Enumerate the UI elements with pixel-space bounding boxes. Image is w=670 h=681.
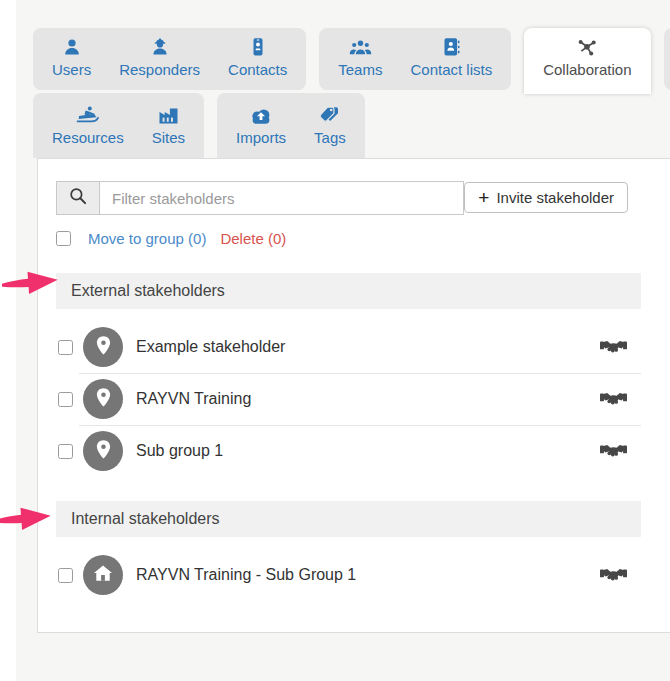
- tab-label: Users: [52, 61, 91, 78]
- annotation-arrow-external: [1, 267, 61, 303]
- tab-group: Collaboration: [524, 28, 650, 94]
- row-checkbox[interactable]: [58, 340, 73, 355]
- collaboration-screen: Users Responders Contacts Teams Contact …: [0, 0, 670, 681]
- stakeholder-row: RAYVN Training - Sub Group 1: [56, 549, 641, 601]
- tab[interactable]: Responders: [105, 28, 214, 90]
- invite-stakeholder-button[interactable]: + Invite stakeholder: [464, 182, 628, 213]
- tab[interactable]: Contact lists: [396, 28, 506, 90]
- share-nodes-icon: [576, 35, 598, 57]
- user-icon: [62, 35, 82, 57]
- tab-group: Users Responders Contacts: [33, 28, 306, 90]
- tab[interactable]: Imports: [222, 93, 300, 158]
- tab-label: Contacts: [228, 61, 287, 78]
- tab-group: Teams Contact lists: [319, 28, 511, 90]
- search-addon: [56, 181, 100, 215]
- cloud-upload-icon: [249, 103, 273, 125]
- tab-label: Imports: [236, 129, 286, 146]
- left-margin-strip: [0, 0, 16, 681]
- stakeholder-name: RAYVN Training - Sub Group 1: [136, 566, 356, 584]
- home-icon: [93, 564, 113, 586]
- stakeholder-list: External stakeholders Example stakeholde…: [56, 273, 641, 601]
- group-header-label: External stakeholders: [71, 282, 225, 300]
- annotation-arrow-internal: [0, 503, 54, 539]
- tab[interactable]: Teams: [324, 28, 396, 90]
- stakeholder-group: External stakeholders Example stakeholde…: [56, 273, 641, 477]
- invite-stakeholder-label: Invite stakeholder: [496, 189, 614, 206]
- tab-label: Resources: [52, 129, 124, 146]
- avatar: [83, 379, 123, 419]
- row-checkbox[interactable]: [58, 392, 73, 407]
- move-to-group-link[interactable]: Move to group (0): [88, 230, 206, 247]
- map-marker-icon: [95, 439, 112, 464]
- filter-stakeholders-input[interactable]: [100, 181, 464, 215]
- handshake-icon[interactable]: [600, 565, 627, 585]
- tab[interactable]: Tags: [300, 93, 360, 158]
- stakeholder-name: Example stakeholder: [136, 338, 285, 356]
- tab[interactable]: Contacts: [214, 28, 301, 90]
- stakeholder-row: Example stakeholder: [56, 321, 641, 373]
- tab-label: Tags: [314, 129, 346, 146]
- tab-label: Teams: [338, 61, 382, 78]
- tags-icon: [319, 103, 341, 125]
- row-checkbox[interactable]: [58, 444, 73, 459]
- avatar: [83, 555, 123, 595]
- tab-group: L: [664, 28, 670, 90]
- avatar: [83, 327, 123, 367]
- tab-row-2: Resources Sites Imports Tags: [33, 93, 365, 158]
- group-header: Internal stakeholders: [56, 501, 641, 537]
- map-marker-icon: [95, 335, 112, 360]
- bulk-actions-row: Move to group (0) Delete (0): [56, 230, 670, 247]
- stakeholder-row: RAYVN Training: [56, 373, 641, 425]
- search-group: [56, 181, 464, 215]
- delete-link[interactable]: Delete (0): [220, 230, 286, 247]
- tab[interactable]: Sites: [138, 93, 199, 158]
- snowmobile-icon: [76, 103, 100, 125]
- handshake-icon[interactable]: [600, 389, 627, 409]
- select-all-checkbox[interactable]: [56, 231, 71, 246]
- tab-label: Contact lists: [410, 61, 492, 78]
- map-marker-icon: [95, 387, 112, 412]
- users-icon: [348, 35, 373, 57]
- plus-icon: +: [478, 188, 489, 207]
- group-header: External stakeholders: [56, 273, 641, 309]
- stakeholders-panel: + Invite stakeholder Move to group (0) D…: [37, 158, 670, 633]
- group-header-label: Internal stakeholders: [71, 510, 220, 528]
- handshake-icon[interactable]: [600, 337, 627, 357]
- tab-label: Sites: [152, 129, 185, 146]
- tab-label: Responders: [119, 61, 200, 78]
- handshake-icon[interactable]: [600, 441, 627, 461]
- stakeholder-name: Sub group 1: [136, 442, 223, 460]
- factory-icon: [158, 103, 179, 125]
- tab[interactable]: Collaboration: [529, 28, 645, 94]
- tab[interactable]: Users: [38, 28, 105, 90]
- stakeholder-row: Sub group 1: [56, 425, 641, 477]
- id-badge-icon: [248, 35, 268, 57]
- tab-group: Imports Tags: [217, 93, 365, 158]
- tab-row-1: Users Responders Contacts Teams Contact …: [33, 28, 670, 90]
- avatar: [83, 431, 123, 471]
- row-checkbox[interactable]: [58, 568, 73, 583]
- tab[interactable]: Resources: [38, 93, 138, 158]
- responder-icon: [150, 35, 170, 57]
- tab-group: Resources Sites: [33, 93, 204, 158]
- search-icon: [69, 187, 87, 209]
- stakeholder-name: RAYVN Training: [136, 390, 251, 408]
- address-book-icon: [441, 35, 461, 57]
- stakeholder-group: Internal stakeholders RAYVN Training - S…: [56, 501, 641, 601]
- tab-label: Collaboration: [543, 61, 631, 78]
